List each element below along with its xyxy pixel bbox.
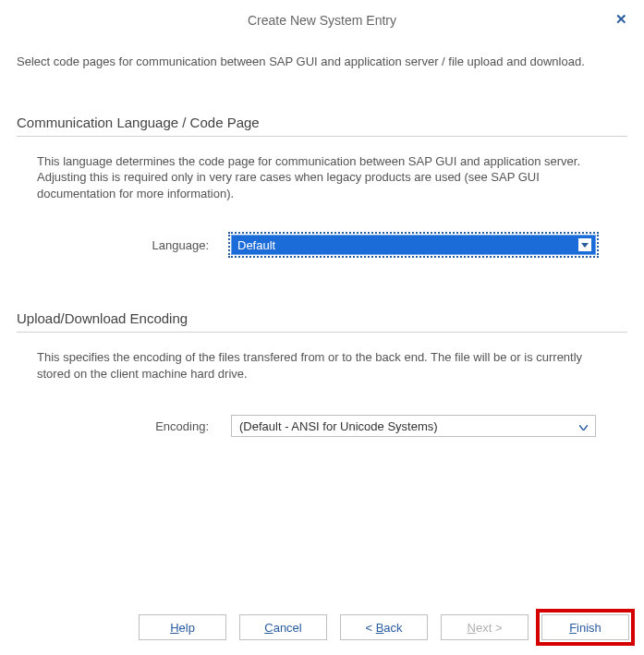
encoding-select[interactable]: (Default - ANSI for Unicode Systems) [231,415,596,437]
form-row-encoding: Encoding: (Default - ANSI for Unicode Sy… [37,415,627,437]
encoding-select-wrap: (Default - ANSI for Unicode Systems) [231,415,596,437]
chevron-down-icon [579,421,588,432]
dialog-content: Select code pages for communication betw… [0,37,644,437]
section-heading-encoding: Upload/Download Encoding [17,310,627,333]
section-upload-download-encoding: Upload/Download Encoding This specifies … [17,310,627,437]
section-desc-language: This language determines the code page f… [37,153,618,202]
create-system-entry-dialog: Create New System Entry ✕ Select code pa… [0,0,644,655]
next-button: Next > [441,614,529,640]
intro-text: Select code pages for communication betw… [17,54,627,70]
finish-button[interactable]: Finish [541,614,629,640]
help-button[interactable]: Help [139,614,226,640]
language-select-wrap: Default [231,235,596,255]
dialog-title: Create New System Entry [248,13,396,28]
section-heading-language: Communication Language / Code Page [17,115,627,137]
encoding-select-value: (Default - ANSI for Unicode Systems) [239,419,438,433]
language-select-value: Default [237,238,275,252]
language-label: Language: [37,238,231,252]
section-communication-language: Communication Language / Code Page This … [17,115,627,256]
title-bar: Create New System Entry ✕ [0,0,644,37]
section-desc-encoding: This specifies the encoding of the files… [37,349,618,382]
form-row-language: Language: Default [37,235,627,255]
cancel-button[interactable]: Cancel [239,614,327,640]
close-icon[interactable]: ✕ [615,11,627,28]
encoding-label: Encoding: [37,419,231,433]
button-row: Help Cancel < Back Next > Finish [139,614,629,640]
chevron-down-icon [578,238,591,251]
language-select[interactable]: Default [231,235,596,255]
back-button[interactable]: < Back [340,614,428,640]
